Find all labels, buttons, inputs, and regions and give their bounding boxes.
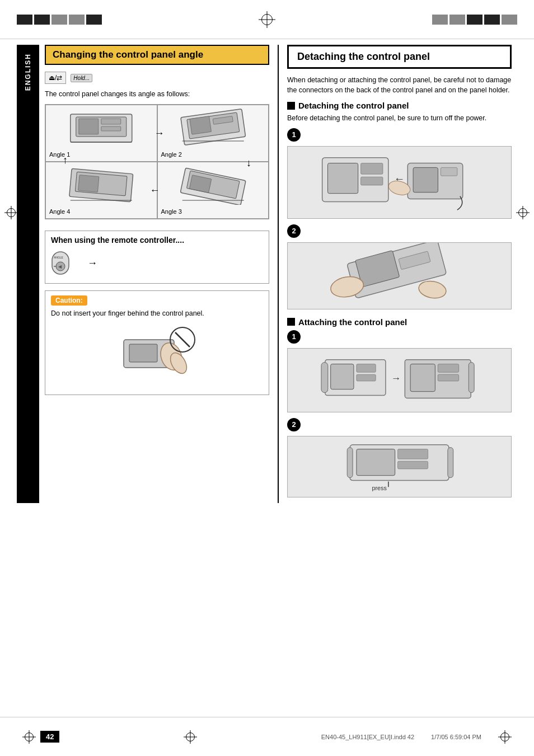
svg-rect-47 (357, 374, 376, 381)
arrow-down-1: ↓ (246, 157, 251, 169)
top-left-reg (17, 15, 102, 25)
attach-header-text: Attaching the control panel (298, 317, 407, 327)
center-reg-mark (259, 11, 275, 28)
detach-pre-text: Before detaching the control panel, be s… (287, 114, 512, 124)
svg-rect-45 (331, 364, 354, 389)
angle-intro-text: The control panel changes its angle as f… (45, 90, 269, 100)
attach-step-2: 2 (287, 418, 512, 431)
svg-text:→: → (391, 372, 401, 383)
arrow-left-1: ← (150, 185, 160, 196)
attach-square-icon (287, 318, 295, 326)
detach-subsection-header: Detaching the control panel (287, 101, 512, 110)
eject-button-icon: ⏏/⇄ (45, 72, 66, 84)
date-info: 1/7/05 6:59:04 PM (431, 734, 481, 740)
language-sidebar: ENGLISH (17, 45, 39, 503)
arrow-right-1: → (154, 128, 165, 139)
reg-block-r3 (467, 15, 483, 25)
bottom-left: 42 (22, 730, 59, 744)
angle-3-label: Angle 3 (161, 208, 265, 215)
detach-square-icon (287, 102, 295, 110)
caution-illus (51, 323, 263, 390)
language-label: ENGLISH (24, 53, 32, 91)
attach-step-2-circle: 2 (287, 418, 301, 431)
hold-label-tag: Hold... (71, 73, 92, 82)
top-right-reg (432, 15, 517, 25)
reg-block-r1 (432, 15, 448, 25)
detach-header-text: Detaching the control panel (298, 101, 409, 110)
svg-text:ANGLE: ANGLE (54, 256, 64, 259)
svg-rect-46 (357, 364, 376, 372)
reg-block-3 (51, 15, 67, 25)
attach-step-1-circle: 1 (287, 330, 301, 344)
step-1-circle: 1 (287, 128, 301, 142)
right-column: Detaching the control panel When detachi… (279, 45, 517, 503)
svg-rect-33 (361, 177, 383, 185)
detach-step-1-svg: ← (288, 147, 511, 218)
side-reg-left (4, 206, 18, 219)
angle-4-cell: Angle 4 ↑ (45, 162, 157, 219)
svg-rect-53 (438, 374, 458, 381)
side-reg-right (516, 206, 530, 219)
left-column: Changing the control panel angle ⏏/⇄ Hol… (39, 45, 278, 503)
angle-4-label: Angle 4 (49, 208, 153, 215)
left-section-title: Changing the control panel angle (45, 45, 269, 65)
reg-block-4 (69, 15, 85, 25)
angle-1-cell: Angle 1 → (45, 105, 157, 162)
caution-label: Caution: (51, 295, 87, 306)
remote-illus: ANGLE ◀ → (51, 248, 263, 279)
svg-rect-32 (361, 163, 383, 174)
svg-rect-58 (398, 461, 428, 469)
remote-controller-box: When using the remote controller.... ANG… (45, 231, 269, 284)
attach-step-2-svg: press (288, 436, 511, 497)
svg-point-43 (418, 279, 448, 300)
step-2-circle: 2 (287, 224, 301, 238)
reg-block-2 (34, 15, 50, 25)
svg-rect-51 (410, 364, 435, 391)
svg-rect-25 (129, 344, 157, 362)
file-info: EN40-45_LH911[EX_EU]I.indd 42 (321, 734, 414, 740)
svg-rect-31 (328, 163, 358, 193)
bottom-center-reg (184, 730, 197, 744)
detach-step-2-svg (288, 243, 511, 309)
svg-text:◀: ◀ (58, 264, 62, 269)
detach-step-1-image: ← (287, 146, 512, 219)
attach-step-2-image: press (287, 436, 512, 497)
detach-step-2-image (287, 242, 512, 309)
caution-text: Do not insert your finger behind the con… (51, 309, 263, 319)
hold-icon-area: ⏏/⇄ Hold... (45, 72, 269, 84)
svg-rect-52 (438, 364, 458, 372)
svg-rect-37 (441, 167, 457, 176)
svg-rect-4 (101, 126, 121, 131)
angle-2-cell: Angle 2 ↓ (157, 105, 269, 162)
svg-rect-8 (189, 116, 211, 134)
attach-step-1-svg: → (288, 349, 511, 412)
bottom-right-reg (498, 730, 512, 744)
remote-button-svg: ANGLE ◀ (51, 251, 82, 276)
svg-rect-13 (78, 175, 99, 192)
reg-block-1 (17, 15, 32, 25)
svg-text:press: press (372, 485, 387, 491)
top-registration-bar (0, 0, 534, 39)
bottom-left-reg (22, 730, 36, 744)
svg-rect-36 (413, 167, 438, 192)
remote-title: When using the remote controller.... (51, 236, 263, 245)
attach-step-1: 1 (287, 330, 512, 344)
angle-2-diagram (161, 109, 265, 148)
svg-rect-57 (398, 449, 428, 459)
bottom-bar: 42 EN40-45_LH911[EX_EU]I.indd 42 1/7/05 … (0, 717, 534, 756)
svg-rect-2 (79, 119, 99, 134)
page-number: 42 (40, 731, 59, 743)
reg-block-r4 (484, 15, 500, 25)
reg-block-r2 (449, 15, 465, 25)
detach-step-1: 1 (287, 128, 512, 142)
svg-rect-59 (347, 447, 353, 477)
attach-step-1-image: → (287, 348, 512, 412)
main-content: ENGLISH Changing the control panel angle… (0, 39, 534, 548)
right-section-title: Detaching the control panel (287, 45, 512, 69)
detach-step-2: 2 (287, 224, 512, 238)
reg-block-5 (86, 15, 102, 25)
angle-3-diagram (161, 166, 265, 205)
arrow-up-1: ↑ (63, 154, 68, 166)
angle-1-diagram (49, 109, 153, 148)
svg-rect-3 (101, 119, 121, 124)
